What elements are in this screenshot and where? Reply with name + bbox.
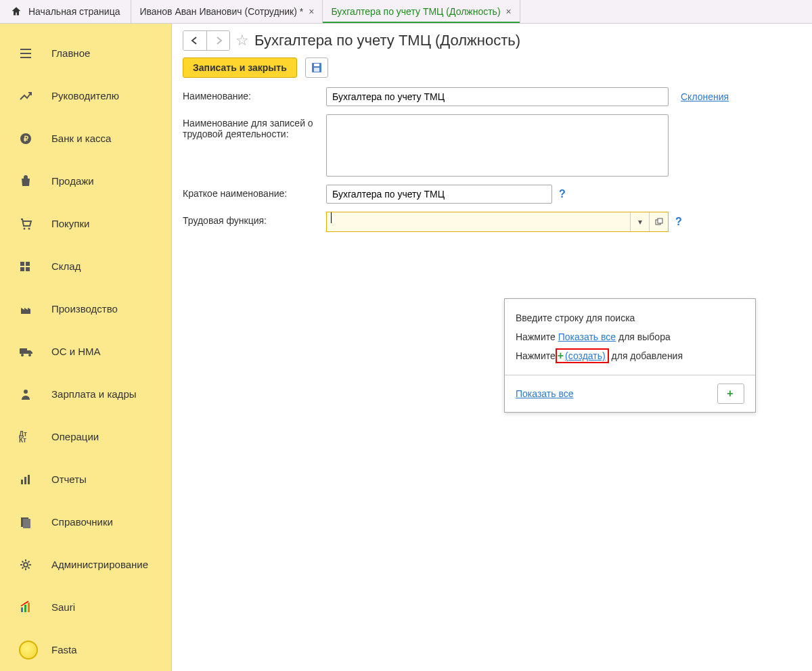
sidebar-item-salary[interactable]: Зарплата и кадры bbox=[0, 373, 171, 415]
svg-rect-13 bbox=[28, 475, 30, 484]
close-icon[interactable]: × bbox=[309, 6, 314, 17]
home-icon bbox=[11, 6, 22, 17]
sidebar-item-purchases[interactable]: Покупки bbox=[0, 202, 171, 245]
coin-icon bbox=[19, 641, 51, 660]
label-labor-function: Трудовая функция: bbox=[183, 212, 326, 226]
help-icon[interactable]: ? bbox=[559, 188, 566, 200]
sidebar-item-manager[interactable]: Руководителю bbox=[0, 74, 171, 117]
gear-icon bbox=[19, 558, 51, 572]
debit-credit-icon: ДтКт bbox=[19, 431, 51, 443]
help-icon[interactable]: ? bbox=[675, 216, 682, 228]
back-button[interactable] bbox=[183, 31, 206, 50]
svg-rect-15 bbox=[23, 519, 30, 528]
sidebar: Главное Руководителю ₽ Банк и касса Прод… bbox=[0, 24, 172, 671]
person-icon bbox=[19, 388, 51, 401]
row-name: Наименование: Склонения bbox=[183, 87, 801, 106]
dropdown-toggle-button[interactable]: ▾ bbox=[630, 212, 649, 231]
sidebar-item-directories[interactable]: Справочники bbox=[0, 501, 171, 543]
truck-icon bbox=[19, 345, 51, 358]
sidebar-item-assets[interactable]: ОС и НМА bbox=[0, 330, 171, 373]
sidebar-item-label: Руководителю bbox=[51, 90, 119, 101]
svg-rect-21 bbox=[314, 64, 319, 66]
tab-position[interactable]: Бухгалтера по учету ТМЦ (Должность) × bbox=[323, 0, 520, 23]
sidebar-item-reports[interactable]: Отчеты bbox=[0, 458, 171, 501]
svg-rect-17 bbox=[21, 607, 23, 612]
save-and-close-button[interactable]: Записать и закрыть bbox=[183, 57, 297, 78]
title-bar: ☆ Бухгалтера по учету ТМЦ (Должность) bbox=[183, 30, 801, 51]
action-bar: Записать и закрыть bbox=[183, 57, 801, 78]
sidebar-item-sales[interactable]: Продажи bbox=[0, 160, 171, 202]
show-all-inline-link[interactable]: Показать все bbox=[558, 331, 616, 342]
favorite-star-icon[interactable]: ☆ bbox=[235, 32, 249, 49]
svg-point-3 bbox=[28, 227, 30, 229]
bag-icon bbox=[19, 175, 51, 188]
trend-icon bbox=[19, 89, 51, 103]
input-name-for-records[interactable] bbox=[326, 114, 669, 177]
sidebar-item-fasta[interactable]: Fasta bbox=[0, 628, 171, 671]
svg-rect-5 bbox=[26, 262, 30, 266]
sidebar-item-label: Производство bbox=[51, 303, 118, 315]
sidebar-item-label: Зарплата и кадры bbox=[51, 388, 137, 400]
input-short-name[interactable] bbox=[326, 185, 552, 204]
page-title: Бухгалтера по учету ТМЦ (Должность) bbox=[254, 32, 520, 49]
input-name[interactable] bbox=[326, 87, 669, 106]
sidebar-item-label: Операции bbox=[51, 431, 99, 442]
labor-function-dropdown: Введите строку для поиска Нажмите Показа… bbox=[504, 298, 756, 413]
sidebar-item-operations[interactable]: ДтКт Операции bbox=[0, 415, 171, 458]
sidebar-item-label: Отчеты bbox=[51, 473, 87, 485]
svg-point-2 bbox=[24, 227, 26, 229]
sidebar-item-label: Справочники bbox=[51, 516, 113, 528]
sidebar-item-bank[interactable]: ₽ Банк и касса bbox=[0, 117, 171, 160]
svg-text:₽: ₽ bbox=[24, 135, 28, 143]
sidebar-item-sauri[interactable]: Sauri bbox=[0, 586, 171, 628]
labor-function-input[interactable] bbox=[332, 212, 630, 231]
add-button[interactable]: + bbox=[717, 384, 744, 404]
svg-point-16 bbox=[24, 563, 28, 567]
nav-buttons bbox=[183, 30, 230, 51]
sidebar-item-label: Продажи bbox=[51, 175, 94, 187]
dropdown-hint-create: Нажмите+ (создать) для добавления bbox=[516, 346, 744, 365]
open-dialog-button[interactable] bbox=[649, 212, 668, 231]
grid-icon bbox=[19, 260, 51, 273]
sidebar-item-label: Администрирование bbox=[51, 559, 148, 570]
open-icon bbox=[655, 218, 663, 226]
svg-rect-12 bbox=[24, 477, 26, 484]
tab-position-label: Бухгалтера по учету ТМЦ (Должность) bbox=[331, 6, 500, 17]
sidebar-item-label: Главное bbox=[51, 47, 90, 59]
tab-home[interactable]: Начальная страница bbox=[0, 0, 131, 23]
dropdown-hint-show-all: Нажмите Показать все для выбора bbox=[516, 327, 744, 346]
svg-rect-4 bbox=[20, 262, 24, 266]
svg-rect-19 bbox=[28, 603, 30, 612]
forward-button[interactable] bbox=[206, 31, 229, 50]
save-button[interactable] bbox=[305, 57, 328, 78]
sidebar-item-label: Покупки bbox=[51, 218, 89, 229]
tab-employee-label: Иванов Аван Иванович (Сотрудник) * bbox=[139, 6, 303, 17]
sidebar-item-admin[interactable]: Администрирование bbox=[0, 543, 171, 586]
create-link[interactable]: (создать) bbox=[565, 350, 606, 362]
create-link-highlighted[interactable]: + (создать) bbox=[556, 348, 609, 363]
sidebar-item-main[interactable]: Главное bbox=[0, 32, 171, 74]
sidebar-item-warehouse[interactable]: Склад bbox=[0, 245, 171, 287]
tab-employee[interactable]: Иванов Аван Иванович (Сотрудник) * × bbox=[131, 0, 323, 23]
tab-bar: Начальная страница Иванов Аван Иванович … bbox=[0, 0, 812, 24]
label-name-for-records: Наименование для записей о трудовой деят… bbox=[183, 114, 326, 139]
labor-function-picker: ▾ bbox=[326, 212, 669, 232]
sidebar-item-production[interactable]: Производство bbox=[0, 287, 171, 330]
svg-point-10 bbox=[24, 390, 28, 394]
svg-rect-6 bbox=[20, 267, 24, 271]
ruble-icon: ₽ bbox=[19, 132, 51, 145]
plus-icon: + bbox=[558, 350, 564, 362]
plus-icon: + bbox=[727, 388, 733, 400]
label-name: Наименование: bbox=[183, 87, 326, 101]
row-labor-function: Трудовая функция: ▾ ? bbox=[183, 212, 801, 232]
svg-point-9 bbox=[28, 354, 31, 356]
declensions-link[interactable]: Склонения bbox=[681, 91, 729, 102]
tab-home-label: Начальная страница bbox=[28, 6, 120, 17]
svg-rect-24 bbox=[658, 218, 662, 223]
sidebar-item-label: Банк и касса bbox=[51, 133, 111, 144]
books-icon bbox=[19, 515, 51, 529]
close-icon[interactable]: × bbox=[506, 6, 512, 17]
row-name-for-records: Наименование для записей о трудовой деят… bbox=[183, 114, 801, 177]
show-all-footer-link[interactable]: Показать все bbox=[516, 388, 573, 399]
sidebar-item-label: Fasta bbox=[51, 644, 77, 655]
